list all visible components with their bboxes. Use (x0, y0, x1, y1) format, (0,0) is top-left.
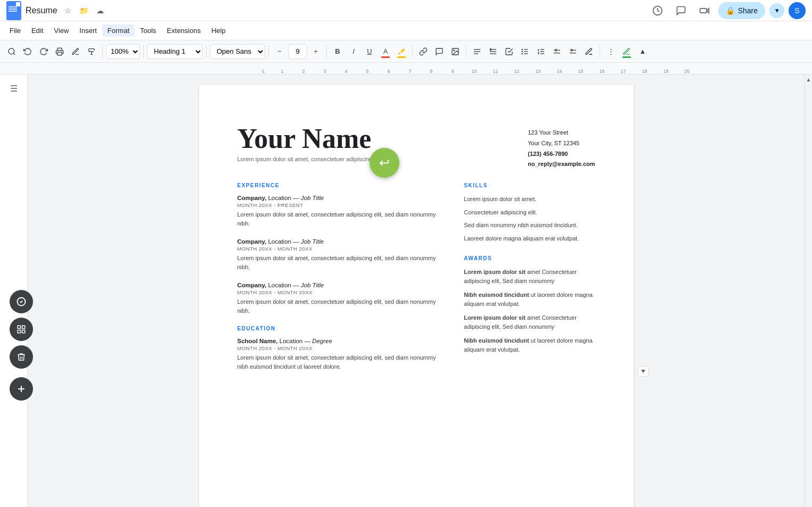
image-button[interactable] (448, 44, 463, 59)
toolbar-sep-2 (143, 45, 144, 58)
star-icon-btn[interactable]: ☆ (62, 4, 75, 17)
spellcheck-icon-btn[interactable] (68, 44, 83, 59)
menu-edit[interactable]: Edit (26, 24, 48, 37)
floating-panels (10, 290, 33, 401)
comments-icon-btn[interactable] (671, 1, 691, 20)
job-desc-1: Lorem ipsum dolor sit amet, consectetuer… (237, 210, 447, 228)
award-bold-3: Lorem ipsum dolor sit (464, 314, 526, 321)
title-bar: Resume ☆ 📁 ☁ 🔒 Share ▾ S (0, 0, 812, 21)
job-loc-title-2: Location — Job Title (266, 238, 324, 245)
svg-point-19 (522, 49, 522, 49)
more-options-button[interactable]: ⋮ (603, 44, 618, 59)
redo-icon-btn[interactable] (36, 44, 51, 59)
font-size-input[interactable] (288, 44, 307, 59)
highlight-button[interactable] (394, 44, 409, 59)
bold-button[interactable]: B (330, 44, 345, 59)
column-indicator[interactable] (638, 366, 649, 377)
folder-icon-btn[interactable]: 📁 (78, 4, 91, 17)
outline-toggle-btn[interactable]: ☰ (4, 79, 23, 98)
award-1: Lorem ipsum dolor sit amet Consectetuer … (464, 268, 595, 285)
menu-tools[interactable]: Tools (135, 24, 161, 37)
indent-decrease-button[interactable] (549, 44, 564, 59)
bullet-list-button[interactable] (518, 44, 532, 59)
svg-marker-30 (641, 370, 645, 373)
svg-point-20 (522, 51, 522, 52)
menu-help[interactable]: Help (206, 24, 231, 37)
grid-panel-btn[interactable] (10, 318, 33, 341)
school-desc-1: Lorem ipsum dolor sit amet, consectetuer… (237, 353, 447, 371)
search-icon-btn[interactable] (4, 44, 19, 59)
share-label: Share (738, 6, 758, 15)
menu-format[interactable]: Format (102, 24, 135, 37)
link-button[interactable] (416, 44, 431, 59)
menu-insert[interactable]: Insert (74, 24, 102, 37)
menu-extensions[interactable]: Extensions (161, 24, 206, 37)
increase-font-btn[interactable]: + (308, 44, 323, 59)
pen-button[interactable] (619, 44, 634, 59)
education-section: EDUCATION School Name, Location — Degree… (237, 326, 447, 371)
share-button[interactable]: 🔒 Share (718, 2, 765, 19)
award-2: Nibh euismod tincidunt ut laoreet dolore… (464, 290, 595, 308)
svg-line-4 (13, 53, 15, 55)
doc-icon (6, 1, 21, 20)
print-icon-btn[interactable] (52, 44, 67, 59)
avatar: S (789, 2, 806, 19)
svg-rect-1 (700, 8, 707, 12)
underline-button[interactable]: U (362, 44, 377, 59)
indent-increase-button[interactable] (565, 44, 580, 59)
decrease-font-btn[interactable]: − (272, 44, 287, 59)
toolbar-sep-6 (412, 45, 413, 58)
undo-icon-btn[interactable] (20, 44, 35, 59)
award-4: Nibh euismod tincidunt ut laoreet dolore… (464, 336, 595, 354)
job-dates-3: MONTH 20XX - MONTH 20XX (237, 289, 447, 295)
awards-section: AWARDS Lorem ipsum dolor sit amet Consec… (464, 255, 595, 354)
svg-point-3 (9, 48, 14, 54)
trash-panel-btn[interactable] (10, 345, 33, 369)
job-entry-1: Company, Location — Job Title MONTH 20XX… (237, 195, 447, 228)
name-section: Your Name Lorem ipsum dolor sit amet, co… (237, 123, 382, 162)
zoom-select[interactable]: 100% 75% 125% 150% (106, 44, 140, 59)
history-icon-btn[interactable] (648, 1, 667, 20)
school-loc-degree-1: Location — Degree (278, 338, 332, 344)
doc-header: Your Name Lorem ipsum dolor sit amet, co… (237, 123, 595, 170)
company-1: Company, (237, 195, 267, 201)
job-desc-3: Lorem ipsum dolor sit amet, consectetuer… (237, 297, 447, 315)
menu-view[interactable]: View (48, 24, 74, 37)
doc-tagline: Lorem ipsum dolor sit amet, consectetuer… (237, 156, 382, 162)
doc-columns: EXPERIENCE Company, Location — Job Title… (237, 182, 595, 381)
font-select[interactable]: Open Sans Arial Georgia (210, 44, 265, 59)
style-select[interactable]: Heading 1 Normal text Title Heading 2 (147, 44, 203, 59)
comment-button[interactable] (432, 44, 447, 59)
italic-button[interactable]: I (346, 44, 361, 59)
job-title-1: Company, Location — Job Title (237, 195, 447, 201)
doc-area[interactable]: ↩ Your Name Lorem ipsum dolor sit amet, … (28, 74, 805, 507)
svg-rect-32 (18, 326, 20, 328)
collapse-toolbar-btn[interactable]: ▲ (635, 44, 650, 59)
share-dropdown-btn[interactable]: ▾ (769, 3, 784, 18)
floating-cursor: ↩ (370, 148, 399, 178)
check-panel-btn[interactable] (10, 290, 33, 313)
numbered-list-button[interactable] (534, 44, 548, 59)
award-3: Lorem ipsum dolor sit amet Consectetuer … (464, 313, 595, 331)
sidebar-right: ▲ (805, 74, 812, 507)
toolbar-sep-8 (600, 45, 600, 58)
job-dates-1: MONTH 20XX - PRESENT (237, 202, 447, 208)
line-spacing-button[interactable] (486, 44, 501, 59)
checklist-button[interactable] (502, 44, 516, 59)
format-paint-icon-btn[interactable] (84, 44, 99, 59)
cloud-icon-btn[interactable]: ☁ (94, 4, 106, 17)
menu-file[interactable]: File (4, 24, 26, 37)
job-dates-2: MONTH 20XX - MONTH 20XX (237, 246, 447, 252)
job-loc-title-1: Location — Job Title (266, 195, 324, 201)
skill-3: Sed diam nonummy nibh euismod tincidunt. (464, 221, 595, 230)
company-2: Company, (237, 238, 267, 245)
svg-rect-35 (22, 330, 25, 333)
school-dates-1: MONTH 20XX - MONTH 20XX (237, 345, 447, 351)
clear-formatting-button[interactable] (581, 44, 596, 59)
add-panel-btn[interactable] (10, 377, 33, 401)
align-button[interactable] (470, 44, 485, 59)
text-color-button[interactable]: A (378, 44, 393, 59)
meet-icon-btn[interactable] (695, 1, 714, 20)
scroll-up-icon[interactable]: ▲ (806, 77, 811, 82)
contact-city: Your City, ST 12345 (528, 138, 595, 149)
